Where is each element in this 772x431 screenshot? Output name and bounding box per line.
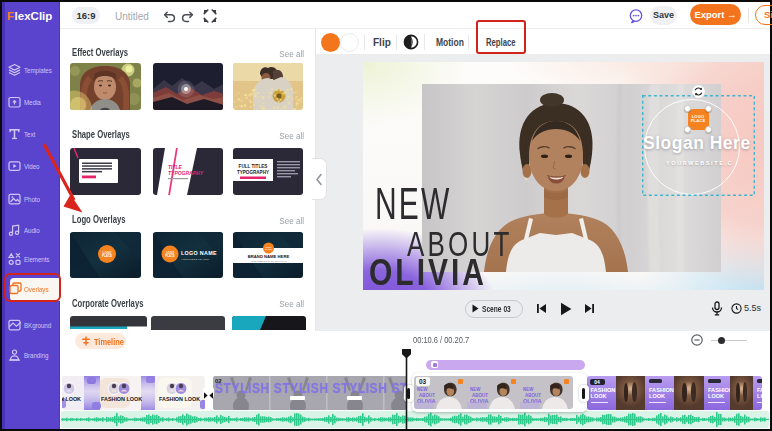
svg-text:YOURWEBSITE.COM: YOURWEBSITE.COM [181,258,209,261]
svg-text:ABOUT: ABOUT [419,392,435,397]
svg-text:NEW: NEW [470,387,481,392]
svg-text:PLACE: PLACE [165,254,175,258]
svg-text:ABOUT: ABOUT [472,392,488,397]
svg-text:lexClip: lexClip [15,10,53,22]
svg-text:FASHION LOOK: FASHION LOOK [159,395,200,401]
svg-text:NEW: NEW [417,387,428,392]
svg-text:YOURWEBSITE.COM BRAND SLOGAN: YOURWEBSITE.COM BRAND SLOGAN [250,260,287,262]
svg-text:PLACE: PLACE [265,248,272,250]
svg-text:TYPOGRAPHY: TYPOGRAPHY [168,170,204,176]
svg-text:BRAND NAME HERE: BRAND NAME HERE [247,254,289,259]
svg-text:F: F [7,10,14,22]
svg-text:PLACE: PLACE [102,254,112,258]
svg-text:NEW: NEW [523,387,534,392]
svg-text:ABOUT: ABOUT [525,392,541,397]
svg-text:FULL TITLES: FULL TITLES [238,164,267,169]
svg-text:FASHION LOOK: FASHION LOOK [101,395,142,401]
svg-text:N LOOK: N LOOK [62,395,81,401]
svg-text:TYPOGRAPHY: TYPOGRAPHY [236,170,268,175]
svg-text:LOGO NAME: LOGO NAME [181,250,217,256]
